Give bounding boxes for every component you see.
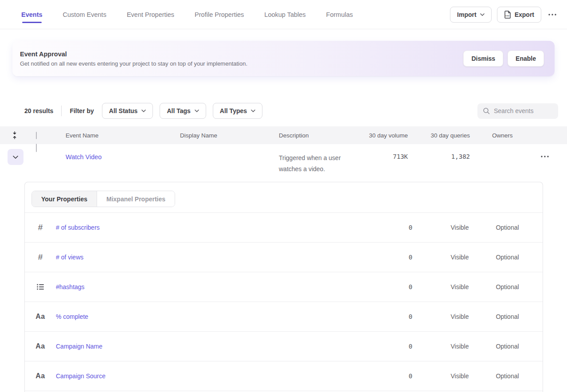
property-link[interactable]: Campaign Source bbox=[56, 372, 106, 380]
property-count: 0 bbox=[386, 313, 435, 320]
tab-mixpanel-properties[interactable]: Mixpanel Properties bbox=[97, 191, 175, 207]
property-requirement: Optional bbox=[485, 313, 530, 320]
property-visibility: Visible bbox=[435, 283, 485, 290]
csv-file-icon: csv bbox=[504, 11, 511, 19]
property-count: 0 bbox=[386, 343, 435, 350]
property-count: 0 bbox=[386, 372, 435, 380]
chevron-down-icon bbox=[480, 13, 485, 16]
property-visibility: Visible bbox=[435, 372, 485, 380]
property-requirement: Optional bbox=[485, 283, 530, 290]
tab-formulas[interactable]: Formulas bbox=[326, 0, 353, 29]
divider bbox=[61, 106, 62, 116]
search-events-box[interactable] bbox=[477, 103, 558, 119]
table-header: Event Name Display Name Description 30 d… bbox=[0, 126, 567, 144]
enable-button[interactable]: Enable bbox=[508, 51, 544, 67]
description-cell: Triggered when a user watches a video. bbox=[279, 144, 355, 175]
chevron-down-icon bbox=[13, 156, 18, 159]
top-navigation: Events Custom Events Event Properties Pr… bbox=[0, 0, 567, 29]
column-30-day-volume: 30 day volume bbox=[364, 132, 408, 139]
property-visibility: Visible bbox=[435, 313, 485, 320]
tags-filter-dropdown[interactable]: All Tags bbox=[160, 103, 206, 119]
property-link[interactable]: # of views bbox=[56, 254, 83, 261]
property-link[interactable]: #hashtags bbox=[56, 283, 85, 290]
property-visibility: Visible bbox=[435, 254, 485, 261]
property-link[interactable]: % complete bbox=[56, 313, 88, 320]
event-name-link[interactable]: Watch Video bbox=[66, 153, 102, 161]
tab-lookup-tables[interactable]: Lookup Tables bbox=[264, 0, 305, 29]
property-requirement: Optional bbox=[485, 372, 530, 380]
types-filter-dropdown[interactable]: All Types bbox=[213, 103, 262, 119]
chevron-down-icon bbox=[251, 110, 255, 112]
search-icon bbox=[483, 107, 490, 114]
chevron-down-icon bbox=[141, 110, 146, 112]
banner-title: Event Approval bbox=[20, 51, 247, 58]
column-event-name: Event Name bbox=[58, 132, 180, 139]
property-count: 0 bbox=[386, 224, 435, 231]
text-type-icon: Aa bbox=[25, 342, 56, 350]
text-type-icon: Aa bbox=[25, 372, 56, 380]
properties-tab-group: Your Properties Mixpanel Properties bbox=[31, 191, 175, 207]
property-link[interactable]: # of subscribers bbox=[56, 224, 100, 231]
filter-by-label: Filter by bbox=[70, 107, 94, 114]
column-30-day-queries: 30 day queries bbox=[408, 132, 470, 139]
collapse-all-icon[interactable] bbox=[0, 131, 29, 139]
property-row: # # of subscribers 0 Visible Optional bbox=[25, 213, 543, 243]
banner-description: Get notified on all new events entering … bbox=[20, 60, 247, 67]
event-approval-banner: Event Approval Get notified on all new e… bbox=[12, 41, 555, 76]
property-visibility: Visible bbox=[435, 224, 485, 231]
more-options-icon[interactable] bbox=[547, 9, 558, 20]
property-row: Aa Campaign Source 0 Visible Optional bbox=[25, 361, 543, 391]
volume-cell: 713K bbox=[364, 144, 408, 160]
nav-actions: Import csv Export bbox=[450, 7, 558, 23]
property-requirement: Optional bbox=[485, 224, 530, 231]
import-button[interactable]: Import bbox=[450, 7, 492, 23]
property-visibility: Visible bbox=[435, 343, 485, 350]
property-row: Aa % complete 0 Visible Optional bbox=[25, 302, 543, 332]
property-row: #hashtags 0 Visible Optional bbox=[25, 272, 543, 302]
tab-custom-events[interactable]: Custom Events bbox=[63, 0, 106, 29]
event-properties-panel: Your Properties Mixpanel Properties # # … bbox=[24, 182, 543, 392]
column-owners: Owners bbox=[470, 132, 522, 139]
queries-cell: 1,382 bbox=[408, 144, 470, 160]
event-row-watch-video: Watch Video Triggered when a user watche… bbox=[0, 144, 567, 182]
tab-events[interactable]: Events bbox=[21, 0, 43, 29]
row-checkbox[interactable] bbox=[36, 144, 37, 152]
property-link[interactable]: Campaign Name bbox=[56, 343, 102, 350]
property-row: # # of views 0 Visible Optional bbox=[25, 243, 543, 272]
property-count: 0 bbox=[386, 283, 435, 290]
tab-events-label: Events bbox=[21, 11, 43, 18]
filter-bar: 20 results Filter by All Status All Tags… bbox=[24, 103, 558, 119]
property-count: 0 bbox=[386, 254, 435, 261]
export-button[interactable]: csv Export bbox=[497, 7, 541, 23]
text-type-icon: Aa bbox=[25, 313, 56, 321]
property-requirement: Optional bbox=[485, 343, 530, 350]
tab-profile-properties[interactable]: Profile Properties bbox=[195, 0, 244, 29]
column-description: Description bbox=[279, 132, 364, 139]
dismiss-button[interactable]: Dismiss bbox=[463, 51, 503, 67]
property-row: Aa Campaign Name 0 Visible Optional bbox=[25, 332, 543, 361]
row-more-options-icon[interactable] bbox=[539, 151, 551, 162]
search-input[interactable] bbox=[494, 107, 551, 114]
number-type-icon: # bbox=[25, 223, 56, 232]
list-type-icon bbox=[25, 284, 56, 290]
select-all-checkbox[interactable] bbox=[36, 132, 37, 139]
tab-event-properties[interactable]: Event Properties bbox=[127, 0, 174, 29]
column-display-name: Display Name bbox=[180, 132, 279, 139]
results-count: 20 results bbox=[24, 107, 53, 114]
status-filter-dropdown[interactable]: All Status bbox=[102, 103, 153, 119]
property-requirement: Optional bbox=[485, 254, 530, 261]
active-tab-underline bbox=[22, 22, 42, 23]
svg-text:csv: csv bbox=[505, 14, 509, 17]
nav-tabs: Events Custom Events Event Properties Pr… bbox=[21, 0, 353, 29]
number-type-icon: # bbox=[25, 252, 56, 262]
chevron-down-icon bbox=[195, 110, 199, 112]
tab-your-properties[interactable]: Your Properties bbox=[32, 191, 97, 207]
collapse-row-button[interactable] bbox=[8, 149, 23, 165]
